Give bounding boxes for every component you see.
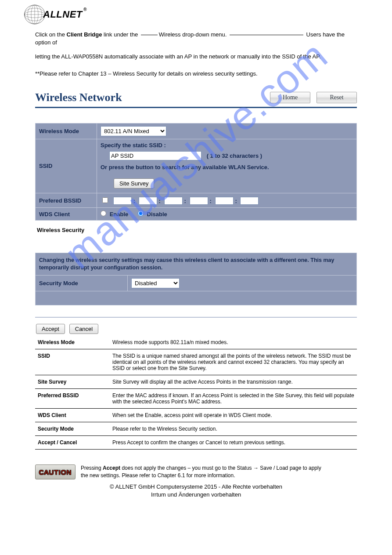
ssid-static-label: Specify the static SSID : xyxy=(101,142,353,149)
desc-key: Security Mode xyxy=(35,422,110,436)
intro-note: **Please refer to Chapter 13 – Wireless … xyxy=(35,70,357,78)
desc-key: WDS Client xyxy=(35,409,110,422)
bssid-field-2[interactable] xyxy=(139,197,157,205)
desc-key: Preferred BSSID xyxy=(35,389,110,409)
wireless-mode-label: Wireless Mode xyxy=(36,123,97,139)
reset-button[interactable]: Reset xyxy=(316,92,357,103)
accept-button[interactable]: Accept xyxy=(36,324,65,334)
wireless-security-heading: Wireless Security xyxy=(35,224,357,238)
intro-line-1: Click on the Client Bridge link under th… xyxy=(35,31,357,47)
wds-enable-label: Enable xyxy=(110,211,129,218)
bssid-field-6[interactable] xyxy=(240,197,259,205)
caution-text: Pressing Accept does not apply the chang… xyxy=(81,464,327,479)
desc-value: Please refer to the Wireless Security se… xyxy=(110,422,357,436)
home-button[interactable]: Home xyxy=(270,92,310,103)
bssid-field-3[interactable] xyxy=(164,197,183,205)
security-mode-label: Security Mode xyxy=(36,276,128,291)
desc-value: When set the Enable, access point will o… xyxy=(110,409,357,422)
cancel-button[interactable]: Cancel xyxy=(69,324,98,334)
desc-key: Wireless Mode xyxy=(35,336,110,349)
desc-value: Press Accept to confirm the changes or C… xyxy=(110,436,357,450)
desc-value: Wireless mode supports 802.11a/n mixed m… xyxy=(110,336,357,349)
site-survey-button[interactable]: Site Survey xyxy=(114,178,154,189)
security-mode-select[interactable]: Disabled xyxy=(131,278,180,288)
ssid-label: SSID xyxy=(36,139,97,193)
bssid-field-1[interactable] xyxy=(113,197,132,205)
intro-line-2: letting the ALL-WAP0558N automatically a… xyxy=(35,53,357,61)
divider xyxy=(35,317,357,318)
desc-key: Accept / Cancel xyxy=(35,436,110,450)
ssid-search-label: Or press the button to search for any av… xyxy=(101,164,353,170)
caution-icon: CAUTION xyxy=(35,464,76,479)
page-title: Wireless Network xyxy=(35,91,122,104)
desc-key: SSID xyxy=(35,349,110,375)
wds-disable-label: Disable xyxy=(147,211,167,218)
bssid-field-5[interactable] xyxy=(215,197,234,205)
table-row: SSIDThe SSID is a unique named shared am… xyxy=(35,349,357,375)
desc-value: Site Survey will display all the active … xyxy=(110,375,357,389)
table-row: Preferred BSSIDEnter the MAC address if … xyxy=(35,389,357,409)
table-row: WDS ClientWhen set the Enable, access po… xyxy=(35,409,357,422)
desc-value: Enter the MAC address if known. If an Ac… xyxy=(110,389,357,409)
preferred-bssid-checkbox[interactable] xyxy=(102,197,108,203)
brand-name: ALLNET® xyxy=(43,9,83,20)
table-row: Accept / CancelPress Accept to confirm t… xyxy=(35,436,357,450)
ssid-input[interactable] xyxy=(109,151,201,160)
wds-client-label: WDS Client xyxy=(36,208,97,221)
table-row: Security ModePlease refer to the Wireles… xyxy=(35,422,357,436)
ssid-char-note: ( 1 to 32 characters ) xyxy=(207,152,262,159)
desc-value: The SSID is a unique named shared amongs… xyxy=(110,349,357,375)
wds-disable-radio[interactable] xyxy=(138,210,144,216)
table-row: Site SurveySite Survey will display all … xyxy=(35,375,357,389)
bssid-field-4[interactable] xyxy=(190,197,208,205)
security-warning-text: Changing the wireless security settings … xyxy=(36,253,357,276)
page-footer: © ALLNET GmbH Computersysteme 2015 - All… xyxy=(0,483,392,498)
wireless-mode-select[interactable]: 802.11 A/N Mixed xyxy=(101,126,166,136)
preferred-bssid-label: Prefered BSSID xyxy=(36,193,97,208)
brand-logo: ALLNET® xyxy=(23,3,83,26)
table-row: Wireless ModeWireless mode supports 802.… xyxy=(35,336,357,349)
desc-key: Site Survey xyxy=(35,375,110,389)
wds-enable-radio[interactable] xyxy=(101,210,106,216)
